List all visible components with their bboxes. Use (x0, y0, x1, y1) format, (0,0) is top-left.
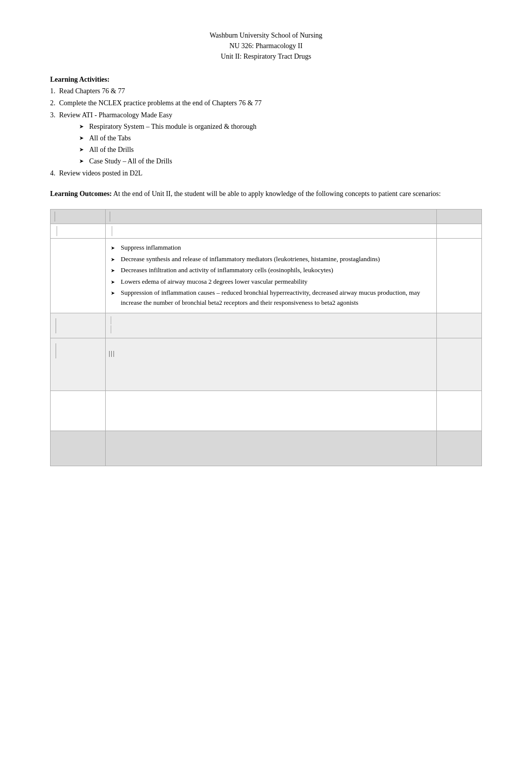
list-item: 3. Review ATI - Pharmacology Made Easy R… (50, 110, 482, 166)
table-row (51, 210, 482, 224)
arrow-list-item: All of the Tabs (79, 133, 482, 143)
table-cell (51, 239, 106, 313)
learning-outcomes-text: Learning Outcomes: At the end of Unit II… (50, 188, 482, 199)
list-item: Lowers edema of airway mucosa 2 degrees … (111, 277, 431, 287)
table-cell (437, 391, 482, 431)
arrow-list-item: All of the Drills (79, 144, 482, 155)
table-cell (437, 338, 482, 391)
learning-activities-section: Learning Activities: 1. Read Chapters 76… (50, 76, 482, 178)
table-cell (437, 313, 482, 338)
table-cell (51, 313, 106, 338)
table-cell (437, 239, 482, 313)
list-item: Decrease synthesis and release of inflam… (111, 254, 431, 264)
table-cell (437, 431, 482, 466)
table-row (51, 391, 482, 431)
learning-activities-list: 1. Read Chapters 76 & 77 2. Complete the… (50, 86, 482, 178)
header-line1: Washburn University School of Nursing (50, 30, 482, 41)
learning-activities-title: Learning Activities: (50, 76, 482, 84)
table-cell (51, 224, 106, 239)
outcomes-table: Suppress inflammation Decrease synthesis… (50, 209, 482, 466)
table-cell (437, 224, 482, 239)
arrow-list-item: Case Study – All of the Drills (79, 156, 482, 166)
list-item: Decreases infiltration and activity of i… (111, 265, 431, 275)
list-item: Suppression of inflammation causes – red… (111, 288, 431, 307)
list-item: 1. Read Chapters 76 & 77 (50, 86, 482, 96)
header-section: Washburn University School of Nursing NU… (50, 30, 482, 62)
list-item: Suppress inflammation (111, 243, 431, 253)
table-row: ||| (51, 338, 482, 391)
table-cell (51, 210, 106, 224)
table-cell (51, 431, 106, 466)
iii-symbol: ||| (109, 350, 115, 357)
learning-outcomes-label: Learning Outcomes: (50, 190, 112, 198)
header-line3: Unit II: Respiratory Tract Drugs (50, 51, 482, 62)
header-line2: NU 326: Pharmacology II (50, 41, 482, 51)
table-cell (106, 224, 437, 239)
table-cell: ||| (106, 338, 437, 391)
table-row: Suppress inflammation Decrease synthesis… (51, 239, 482, 313)
table-row (51, 224, 482, 239)
table-row (51, 313, 482, 338)
list-item: 2. Complete the NCLEX practice problems … (50, 98, 482, 108)
table-cell (106, 431, 437, 466)
table-cell-content: Suppress inflammation Decrease synthesis… (106, 239, 437, 313)
list-item: 4. Review videos posted in D2L (50, 168, 482, 178)
table-cell (106, 313, 437, 338)
table-cell (106, 210, 437, 224)
table-cell (437, 210, 482, 224)
table-row (51, 431, 482, 466)
content-list: Suppress inflammation Decrease synthesis… (111, 243, 431, 307)
learning-outcomes-body: At the end of Unit II, the student will … (112, 190, 441, 198)
sub-list: Respiratory System – This module is orga… (59, 121, 482, 166)
page-container: Washburn University School of Nursing NU… (0, 0, 532, 780)
arrow-list-item: Respiratory System – This module is orga… (79, 121, 482, 132)
table-cell (51, 391, 106, 431)
learning-outcomes-section: Learning Outcomes: At the end of Unit II… (50, 188, 482, 199)
table-cell (106, 391, 437, 431)
table-cell (51, 338, 106, 391)
